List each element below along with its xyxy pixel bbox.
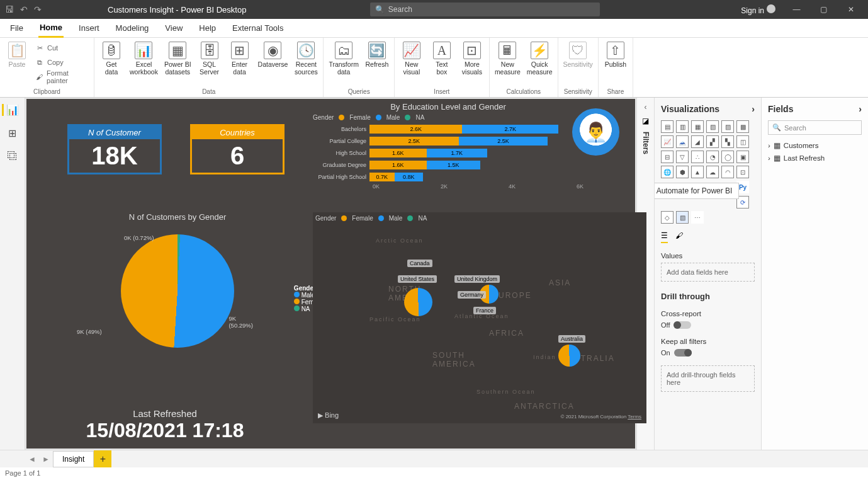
map-visual[interactable]: Gender Female Male NA Arctic Ocean NORTH… xyxy=(313,212,646,423)
card-title: N of Customer xyxy=(69,126,160,139)
dataverse-button[interactable]: ◉Dataverse xyxy=(258,42,288,68)
refresh-button[interactable]: 🔄Refresh xyxy=(365,42,389,68)
viz-waterfall[interactable]: ⊟ xyxy=(661,151,674,163)
prev-page-button[interactable]: ◄ xyxy=(25,455,39,464)
viz-paginated[interactable]: ◇ xyxy=(661,211,674,224)
menu-file[interactable]: File xyxy=(9,20,25,37)
menu-modeling[interactable]: Modeling xyxy=(115,20,150,37)
table-customers[interactable]: ›▦Customers xyxy=(768,141,862,150)
get-data-button[interactable]: 🛢Get data xyxy=(99,42,123,76)
sensitivity-button[interactable]: 🛡Sensitivity xyxy=(563,42,593,68)
more-visuals-button[interactable]: ⊡More visuals xyxy=(460,42,484,76)
card-value: 18K xyxy=(69,139,160,173)
pbi-datasets-button[interactable]: ▦Power BI datasets xyxy=(164,42,191,76)
format-tab-icon[interactable]: 🖌 xyxy=(675,231,683,243)
map-pie-aus xyxy=(558,345,580,367)
publish-button[interactable]: ⇧Publish xyxy=(604,42,628,68)
format-painter-button[interactable]: 🖌Format painter xyxy=(35,71,89,83)
menu-external[interactable]: External Tools xyxy=(231,20,285,37)
search-icon: 🔍 xyxy=(375,5,385,14)
menu-help[interactable]: Help xyxy=(198,20,217,37)
values-dropzone[interactable]: Add data fields here xyxy=(661,263,755,282)
redo-icon[interactable]: ↷ xyxy=(34,4,42,14)
viz-line-col[interactable]: ▞ xyxy=(706,135,719,148)
viz-100-col[interactable]: ▩ xyxy=(736,120,749,133)
customers-card[interactable]: N of Customer 18K xyxy=(67,124,162,174)
chevron-right-icon[interactable]: › xyxy=(752,104,755,114)
viz-scatter[interactable]: ∴ xyxy=(691,151,704,163)
viz-treemap[interactable]: ▣ xyxy=(736,151,749,163)
menu-home[interactable]: Home xyxy=(38,19,64,38)
fields-pane-title: Fields› xyxy=(768,104,862,114)
chevron-right-icon[interactable]: › xyxy=(859,104,862,114)
viz-100-bar[interactable]: ▨ xyxy=(721,120,734,133)
fields-tab-icon[interactable]: ☰ xyxy=(661,231,668,243)
viz-stacked-col[interactable]: ▥ xyxy=(676,120,689,133)
viz-clustered-bar[interactable]: ▦ xyxy=(691,120,704,133)
pie-chart[interactable]: N of Customers by Gender 0K (0.72%) 9K (… xyxy=(58,212,297,360)
keep-filters-label: Keep all filters xyxy=(661,338,755,345)
close-icon[interactable]: ✕ xyxy=(840,0,862,19)
viz-pie[interactable]: ◔ xyxy=(706,151,719,163)
tab-insight[interactable]: Insight xyxy=(53,451,94,467)
enter-data-button[interactable]: ⊞Enter data xyxy=(228,42,252,76)
cut-button[interactable]: ✂Cut xyxy=(35,42,89,54)
pie-label-male: 9K(50.29%) xyxy=(228,315,253,329)
next-page-button[interactable]: ► xyxy=(39,455,53,464)
viz-power-apps[interactable]: ▧ xyxy=(676,211,689,224)
menu-view[interactable]: View xyxy=(164,20,184,37)
chart-icon: 📈 xyxy=(403,42,420,59)
countries-card[interactable]: Countries 6 xyxy=(190,124,285,174)
report-canvas[interactable]: N of Customer 18K Countries 6 By Educati… xyxy=(26,99,635,449)
drill-dropzone[interactable]: Add drill-through fields here xyxy=(661,365,755,392)
viz-line-col2[interactable]: ▚ xyxy=(721,135,734,148)
report-view-icon[interactable]: 📊 xyxy=(2,104,19,116)
viz-azure-map[interactable]: ☁ xyxy=(706,166,719,178)
fields-search[interactable]: 🔍Search xyxy=(768,120,862,135)
group-label-data: Data xyxy=(94,88,323,97)
sign-in-button[interactable]: Sign in xyxy=(736,4,781,15)
bar-chart[interactable]: By Education Level and Gender Gender Fem… xyxy=(313,102,583,203)
viz-line[interactable]: 📈 xyxy=(661,135,674,148)
keep-filters-toggle[interactable]: On xyxy=(661,349,755,357)
recent-button[interactable]: 🕓Recent sources xyxy=(294,42,318,76)
viz-funnel[interactable]: ▽ xyxy=(676,151,689,163)
data-view-icon[interactable]: ⊞ xyxy=(8,127,16,139)
excel-button[interactable]: 📊Excel workbook xyxy=(130,42,158,76)
viz-card[interactable]: ⊡ xyxy=(736,166,749,178)
new-visual-button[interactable]: 📈New visual xyxy=(400,42,424,76)
quick-measure-button[interactable]: ⚡Quick measure xyxy=(527,42,553,76)
chevron-left-icon[interactable]: ‹ xyxy=(645,103,647,111)
viz-map[interactable]: 🌐 xyxy=(661,166,674,178)
viz-gauge[interactable]: ◠ xyxy=(721,166,734,178)
viz-ribbon[interactable]: ◫ xyxy=(736,135,749,148)
maximize-icon[interactable]: ▢ xyxy=(813,0,835,19)
save-icon[interactable]: 🖫 xyxy=(5,4,14,14)
viz-stacked-area[interactable]: ◢ xyxy=(691,135,704,148)
visualizations-pane: Visualizations› ▤ ▥ ▦ ▧ ▨ ▩ 📈 🗻 ◢ ▞ ▚ ◫ … xyxy=(654,98,761,450)
viz-arcgis[interactable]: ▲ xyxy=(691,166,704,178)
viz-more[interactable]: ⋯ xyxy=(691,211,704,224)
transform-button[interactable]: 🗂Transform data xyxy=(329,42,358,76)
app-title: Customers Insight - Power BI Desktop xyxy=(108,5,246,14)
add-page-button[interactable]: + xyxy=(94,450,111,467)
sql-icon: 🗄 xyxy=(201,42,218,59)
viz-filled-map[interactable]: ⬢ xyxy=(676,166,689,178)
viz-area[interactable]: 🗻 xyxy=(676,135,689,148)
cross-report-toggle[interactable]: Off xyxy=(661,321,755,329)
undo-icon[interactable]: ↶ xyxy=(20,4,28,14)
paste-button[interactable]: 📋Paste xyxy=(5,42,29,68)
new-measure-button[interactable]: 🖩New measure xyxy=(495,42,521,76)
table-last-refresh[interactable]: ›▦Last Refresh xyxy=(768,154,862,163)
minimize-icon[interactable]: — xyxy=(786,0,808,19)
menu-insert[interactable]: Insert xyxy=(77,20,101,37)
sql-button[interactable]: 🗄SQL Server xyxy=(198,42,222,76)
search-bar[interactable]: 🔍 Search xyxy=(370,3,600,16)
viz-donut[interactable]: ◯ xyxy=(721,151,734,163)
viz-stacked-bar[interactable]: ▤ xyxy=(661,120,674,133)
viz-clustered-col[interactable]: ▧ xyxy=(706,120,719,133)
textbox-button[interactable]: AText box xyxy=(430,42,454,76)
copy-button[interactable]: ⧉Copy xyxy=(35,56,89,69)
paste-icon: 📋 xyxy=(8,42,26,59)
model-view-icon[interactable]: ⿻ xyxy=(8,151,18,162)
